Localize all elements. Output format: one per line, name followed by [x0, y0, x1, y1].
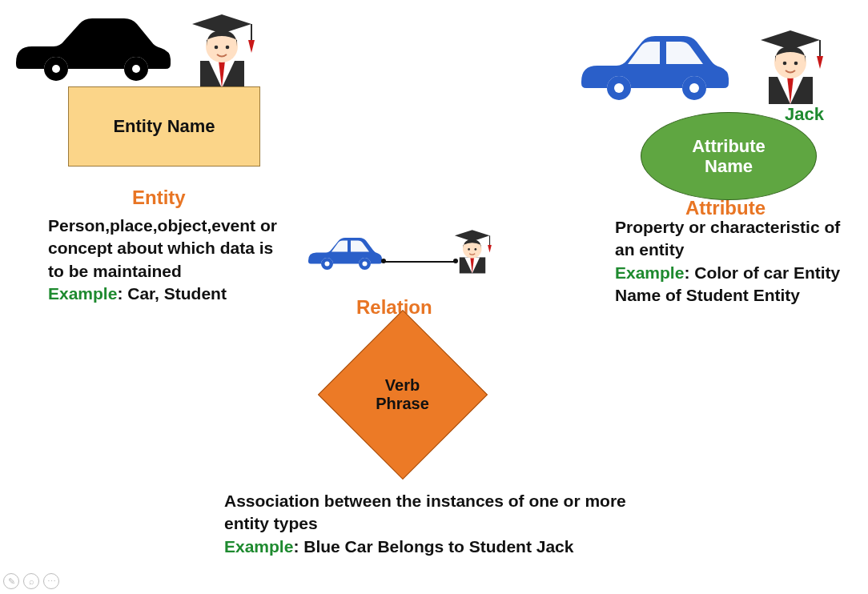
relation-description: Association between the instances of one…: [224, 490, 633, 558]
svg-point-3: [132, 65, 140, 73]
attribute-ellipse-line1: Attribute: [692, 136, 766, 156]
svg-marker-25: [817, 56, 823, 69]
svg-point-26: [783, 62, 787, 66]
svg-point-15: [614, 83, 624, 93]
relation-description-text: Association between the instances of one…: [224, 492, 626, 532]
entity-description-text: Person,place,object,event or concept abo…: [48, 216, 277, 280]
attribute-description: Property or characteristic of an entity …: [615, 216, 863, 307]
svg-point-1: [52, 65, 60, 73]
relation-diamond-line2: Phrase: [376, 395, 429, 412]
relation-diamond-line1: Verb: [385, 376, 420, 394]
svg-point-40: [468, 248, 470, 251]
relation-connector-line: [384, 261, 457, 263]
relation-example-text: : Blue Car Belongs to Student Jack: [293, 537, 573, 556]
pen-icon[interactable]: ✎: [3, 573, 19, 589]
relation-heading: Relation: [356, 296, 432, 319]
relation-example-label: Example: [224, 537, 293, 556]
svg-point-27: [794, 62, 798, 66]
entity-box-label: Entity Name: [113, 116, 215, 137]
svg-point-12: [215, 46, 219, 50]
svg-point-17: [689, 83, 699, 93]
svg-point-31: [363, 262, 368, 267]
entity-description: Person,place,object,event or concept abo…: [48, 215, 288, 305]
black-car-icon: [12, 16, 172, 84]
svg-rect-9: [216, 19, 227, 30]
blue-car-icon: [577, 32, 729, 104]
svg-rect-23: [785, 35, 796, 46]
relation-connector-dot: [381, 259, 386, 263]
zoom-icon[interactable]: ⌕: [23, 573, 39, 589]
svg-rect-37: [469, 233, 476, 239]
svg-point-13: [226, 46, 230, 50]
attribute-name-ellipse: Attribute Name: [641, 112, 817, 200]
relation-diamond-label: Verb Phrase: [376, 376, 429, 413]
attribute-description-text: Property or characteristic of an entity: [615, 218, 840, 259]
svg-point-29: [325, 262, 330, 267]
blue-car-icon: [306, 234, 382, 274]
svg-marker-11: [248, 40, 255, 53]
more-icon[interactable]: ⋯: [43, 573, 59, 589]
entity-example-text: : Car, Student: [117, 284, 227, 303]
entity-heading: Entity: [132, 187, 186, 209]
student-icon: [753, 24, 829, 104]
attribute-example-label: Example: [615, 263, 684, 282]
student-icon: [450, 226, 495, 274]
entity-name-box: Entity Name: [68, 86, 260, 167]
bottom-left-toolbar: ✎ ⌕ ⋯: [3, 573, 63, 589]
relation-diamond: Verb Phrase: [304, 320, 500, 468]
attribute-student-name: Jack: [785, 104, 824, 125]
svg-point-41: [474, 248, 476, 251]
svg-marker-39: [488, 245, 492, 252]
student-icon: [184, 8, 260, 88]
attribute-ellipse-line2: Name: [705, 156, 753, 176]
entity-example-label: Example: [48, 284, 117, 303]
attribute-ellipse-label: Attribute Name: [692, 136, 766, 177]
